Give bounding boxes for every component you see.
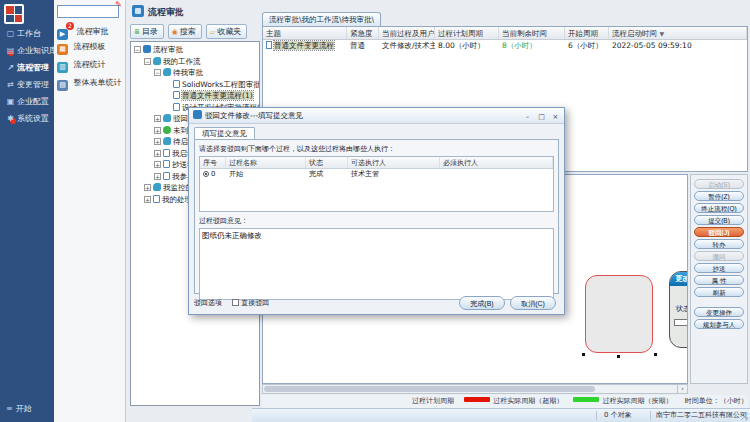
folder-icon	[153, 183, 161, 191]
status-bar: 0 个对象 南宁市二零二五科技有限公司彩虹EDM-企业图档管理软件平台 当前用户…	[252, 408, 750, 422]
tree-item-pending-approval[interactable]: −待我审批	[131, 67, 259, 79]
search-icon: ◉	[172, 28, 178, 36]
submit-button[interactable]: 提交(B)	[694, 215, 744, 225]
sidebar-item-enterprise-config[interactable]: ▣企业配置	[0, 94, 54, 109]
module-search-input[interactable]	[57, 5, 119, 18]
cancel-button[interactable]: 取消(C)	[510, 296, 556, 310]
tree-item-common-file-change-flow[interactable]: 普通文件变更流程(1)	[131, 90, 259, 102]
node-icon	[143, 45, 151, 53]
statusbar-divider	[596, 411, 597, 420]
tab-search[interactable]: ◉搜索	[168, 24, 202, 39]
selection-handle[interactable]	[617, 355, 620, 358]
scrollbar-thumb[interactable]	[264, 386, 595, 392]
app-logo	[4, 4, 24, 24]
tab-catalog[interactable]: ≣目录	[130, 24, 164, 39]
selection-handle[interactable]	[654, 353, 657, 356]
sidebar-item-system-settings[interactable]: ✱系统设置	[0, 111, 54, 126]
module-item-process-approval[interactable]: ▶2 流程审批	[57, 22, 125, 36]
expander-icon[interactable]: +	[144, 196, 151, 203]
start-flow-button[interactable]: 启动(S)	[694, 179, 744, 189]
terminate-flow-button[interactable]: 终止流程(Q)	[694, 203, 744, 213]
module-item-process-statistics[interactable]: ▥ 流程统计	[57, 58, 125, 72]
maximize-icon[interactable]: □	[535, 111, 548, 122]
node-header: 更改单（投票）	[670, 272, 688, 286]
cc-button[interactable]: 抄送	[694, 263, 744, 273]
tree-item-solidworks-flow[interactable]: SolidWorks工程图审批流程(1)	[131, 79, 259, 91]
sidebar-item-workbench[interactable]: ▢工作台	[0, 26, 54, 41]
properties-button[interactable]: 属 性	[694, 275, 744, 285]
tab-favorites[interactable]: ▱收藏夹	[206, 24, 247, 39]
expander-icon[interactable]: −	[144, 58, 151, 65]
expander-icon[interactable]: +	[154, 150, 161, 157]
reject-comment-textarea[interactable]: 图纸仍未正确修改	[199, 228, 554, 300]
edit-pencil-icon[interactable]: ✎	[115, 0, 122, 9]
close-icon[interactable]: ×	[549, 111, 562, 122]
row-urgency: 普通	[347, 40, 379, 52]
finish-button[interactable]: 完成(B)	[459, 296, 505, 310]
worklist-tab[interactable]: 流程审批\我的工作流\待我审批\	[262, 12, 381, 26]
flow-node-selected[interactable]	[585, 275, 653, 353]
statusbar-divider	[650, 411, 651, 420]
col-current-process[interactable]: 当前过程及用户	[379, 27, 435, 39]
expander-icon[interactable]: +	[154, 173, 161, 180]
tree-item-root[interactable]: −流程审批	[131, 44, 259, 56]
reject-button[interactable]: 驳回(J)	[694, 227, 744, 237]
col-start-cycle[interactable]: 开始周期	[565, 27, 609, 39]
expander-icon[interactable]: −	[154, 69, 161, 76]
col-plan-cycle[interactable]: 过程计划周期	[435, 27, 499, 39]
minimize-icon[interactable]: –	[521, 111, 534, 122]
transfer-button[interactable]: 转办	[694, 239, 744, 249]
table-row[interactable]: 普通文件变更流程 普通 文件修改/技术主管 8.00（小时） 8（小时） 6（小…	[263, 40, 747, 52]
row-no: 0	[211, 170, 215, 178]
radio-selected-icon[interactable]	[203, 171, 209, 177]
row-current-process: 文件修改/技术主管	[379, 40, 435, 52]
worklist-tabbar: 流程审批\我的工作流\待我审批\	[262, 12, 748, 26]
start-button[interactable]: ≡开始	[6, 403, 32, 414]
dialog-titlebar[interactable]: 驳回文件修改---填写提交意见 – □ ×	[189, 108, 564, 124]
instruction-text: 请选择要驳回到下面哪个过程，以及这些过程将由哪些人执行：	[199, 144, 554, 154]
document-icon	[153, 195, 160, 203]
sidebar-item-label: 变更管理	[17, 80, 49, 89]
expander-icon[interactable]: +	[154, 127, 161, 134]
scroll-right-arrow-icon[interactable]: ›	[677, 385, 687, 393]
module-item-process-template[interactable]: ▦ 流程模板	[57, 40, 125, 54]
col-subject[interactable]: 主题	[263, 27, 347, 39]
withdraw-button[interactable]: 撤回	[694, 251, 744, 261]
selection-handle[interactable]	[582, 353, 585, 356]
expander-icon[interactable]: +	[154, 138, 161, 145]
horizontal-scrollbar[interactable]: ›	[262, 384, 688, 394]
col-urgency[interactable]: 紧急度	[347, 27, 379, 39]
checkbox-direct-reject[interactable]	[232, 299, 239, 306]
gear-icon: ✱	[6, 111, 15, 126]
sidebar-item-label: 流程管理	[17, 63, 49, 72]
tree-toolbar: ≣目录 ◉搜索 ▱收藏夹	[130, 24, 260, 40]
list-icon: ≣	[134, 28, 140, 36]
table-row[interactable]: 0 开始 完成 技术主管	[200, 169, 553, 180]
flow-node-vote[interactable]: 更改单（投票） 状态：计划	[669, 271, 688, 348]
col-status: 状态	[306, 157, 348, 168]
col-remaining[interactable]: 当前剩余时间	[499, 27, 565, 39]
sidebar-item-knowledge-base[interactable]: ▤企业知识库	[0, 43, 54, 58]
reject-dialog: 驳回文件修改---填写提交意见 – □ × 填写提交意见 请选择要驳回到下面哪个…	[188, 107, 565, 315]
checkbox-label: 直接驳回	[241, 299, 269, 307]
pause-button[interactable]: 暂停(Z)	[694, 191, 744, 201]
resize-grip[interactable]	[740, 412, 748, 420]
comment-label: 过程驳回意见：	[199, 216, 554, 226]
expander-icon[interactable]: +	[144, 184, 151, 191]
tree-item-label: 流程审批	[153, 45, 183, 54]
badge-count: 2	[66, 22, 74, 30]
change-operation-button[interactable]: 变更操作	[694, 307, 744, 317]
module-item-form-statistics[interactable]: ▧ 整体表单统计	[57, 76, 125, 90]
col-start-time[interactable]: 流程启动时间 ▼	[609, 27, 747, 39]
row-subject: 普通文件变更流程	[274, 41, 334, 50]
tree-item-my-workflows[interactable]: −我的工作流	[131, 56, 259, 68]
expander-icon[interactable]: +	[154, 161, 161, 168]
plan-participants-button[interactable]: 规划参与人	[694, 319, 744, 329]
expander-icon[interactable]: −	[134, 46, 141, 53]
sidebar-item-label: 工作台	[17, 29, 41, 38]
menu-icon: ≡	[6, 404, 13, 413]
sidebar-item-process-management[interactable]: ↗流程管理	[0, 60, 54, 75]
refresh-button[interactable]: 刷新	[694, 287, 744, 297]
expander-icon[interactable]: +	[154, 115, 161, 122]
sidebar-item-change-management[interactable]: ⇄变更管理	[0, 77, 54, 92]
